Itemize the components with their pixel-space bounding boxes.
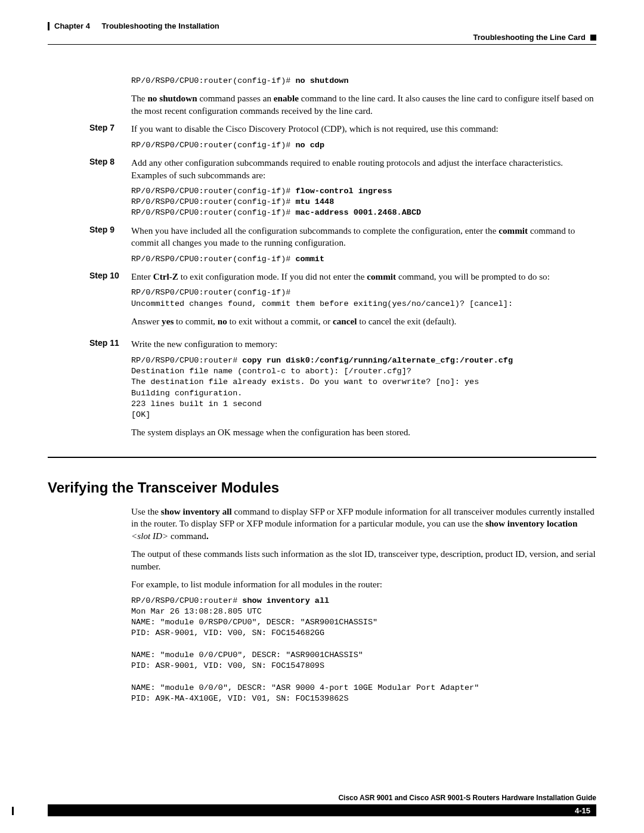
step11-text: Write the new configuration to memory: [131,338,596,351]
section-p3: For example, to list module information … [131,578,596,591]
step-8: Step 8 Add any other configuration subco… [48,157,596,219]
chapter-header: Chapter 4 Troubleshooting the Installati… [48,21,596,30]
square-icon [590,35,596,41]
chapter-number: Chapter 4 [54,21,90,30]
step9-text: When you have included all the configura… [131,225,596,249]
step-9: Step 9 When you have included all the co… [48,225,596,265]
code-commit: RP/0/RSP0/CPU0:router(config-if)# commit [131,254,596,265]
code-no-cdp: RP/0/RSP0/CPU0:router(config-if)# no cdp [131,140,596,151]
step-11: Step 11 Write the new configuration to m… [48,338,596,443]
page-number: 4-15 [575,806,590,815]
step-label: Step 10 [48,271,131,332]
step-7: Step 7 If you want to disable the Cisco … [48,123,596,151]
step11-after: The system displays an OK message when t… [131,426,596,439]
step-label: Step 9 [48,225,131,265]
step8-text: Add any other configuration subcommands … [131,157,596,181]
section-p1: Use the show inventory all command to di… [131,506,596,543]
code-ctrlz: RP/0/RSP0/CPU0:router(config-if)# Uncomm… [131,287,596,309]
header-bar-icon [48,22,49,30]
footer-tick-icon [12,807,14,815]
step-label: Step 7 [48,123,131,151]
step-10: Step 10 Enter Ctrl-Z to exit configurati… [48,271,596,332]
code-copyrun: RP/0/RSP0/CPU0:router# copy run disk0:/c… [131,355,596,420]
code-show-inventory: RP/0/RSP0/CPU0:router# show inventory al… [131,596,596,704]
section-rule [48,457,596,458]
chapter-title: Troubleshooting the Installation [102,21,219,30]
step10-text: Enter Ctrl-Z to exit configuration mode.… [131,271,596,283]
para-no-shutdown: The no shutdown command passes an enable… [131,92,596,117]
code-step8: RP/0/RSP0/CPU0:router(config-if)# flow-c… [131,186,596,219]
code-no-shutdown: RP/0/RSP0/CPU0:router(config-if)# no shu… [131,76,596,86]
step10-answer: Answer yes to commit, no to exit without… [131,315,596,328]
breadcrumb: Troubleshooting the Line Card [48,33,596,42]
section-title: Verifying the Transceiver Modules [48,479,596,496]
step7-text: If you want to disable the Cisco Discove… [131,123,596,135]
section-p2: The output of these commands lists such … [131,548,596,572]
step-label: Step 11 [48,338,131,443]
footer-title: Cisco ASR 9001 and Cisco ASR 9001-S Rout… [48,794,596,802]
breadcrumb-text: Troubleshooting the Line Card [473,33,586,42]
step-label: Step 8 [48,157,131,219]
header-rule [48,44,596,45]
footer-bar: 4-15 [48,804,596,816]
page-footer: Cisco ASR 9001 and Cisco ASR 9001-S Rout… [48,794,596,816]
